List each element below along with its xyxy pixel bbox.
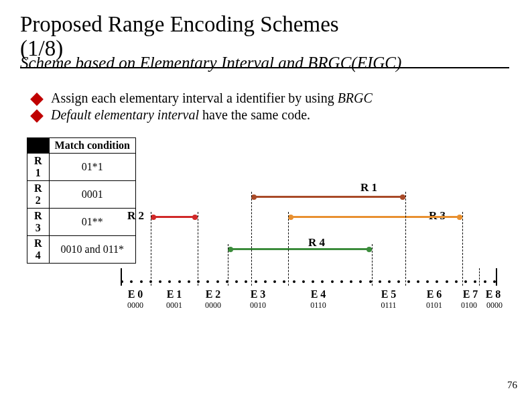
interval-label: E 5 [375,288,402,300]
interval-label: E 4 [305,288,332,300]
range-endpoint-icon [400,194,405,200]
interval-code: 0010 [245,300,271,310]
interval-code: 0000 [481,300,508,310]
interval-boundary [228,244,228,286]
diamond-bullet-icon [30,109,44,123]
table-header: Match condition [49,138,135,154]
diamond-bullet-icon [30,93,44,106]
slide: Proposed Range Encoding Schemes (1/8) Sc… [0,0,532,399]
interval-label: E 1 [161,288,188,300]
interval-boundary [288,212,289,286]
table-row: R 3 01** [27,209,136,236]
interval-label: E 0 [122,288,149,300]
range-name: R 3 [27,209,50,236]
range-endpoint-icon [251,194,257,200]
match-condition-table: Match condition R 1 01*1 R 2 0001 R 3 01… [27,137,136,264]
interval-diagram: R 1 R 2 R 3 R 4 [121,174,516,349]
interval-code: 0111 [375,300,402,310]
bullet-text: Default elementary interval have the sam… [51,107,310,123]
range-r3-line [288,216,462,218]
range-endpoint-icon [228,247,233,252]
range-endpoint-icon [192,215,198,220]
table-row: R 1 01*1 [27,154,136,181]
range-endpoint-icon [367,247,372,252]
interval-code: 0110 [305,300,332,310]
bullet-item: Default elementary interval have the sam… [32,107,373,123]
interval-label: E 6 [421,288,448,300]
table-corner-cell [27,138,50,154]
bullet-text-part: have the same code. [199,107,310,122]
bullet-text-italic: BRGC [338,91,373,105]
range-endpoint-icon [151,215,156,220]
interval-label: E 8 [480,288,507,300]
table-row: R 4 0010 and 011* [27,236,136,264]
interval-code: 0000 [122,300,149,310]
interval-label: E 2 [200,288,226,300]
range-name: R 2 [27,181,50,209]
interval-label: E 3 [245,288,271,300]
interval-code: 0101 [421,300,448,310]
page-number: 76 [507,380,517,391]
bullet-text-part: Assign each elementary interval a identi… [51,91,338,105]
interval-boundary [151,212,151,286]
range-r4-label: R 4 [308,236,325,249]
range-r1-line [251,196,405,198]
interval-tick [121,268,122,286]
range-endpoint-icon [288,215,293,220]
interval-boundary [405,192,406,286]
bullet-item: Assign each elementary interval a identi… [32,91,373,106]
range-name: R 4 [27,236,50,264]
range-endpoint-icon [457,215,462,220]
bullet-text: Assign each elementary interval a identi… [51,91,373,106]
range-r2-line [151,216,198,218]
axis-dots [121,280,496,283]
bullet-text-italic: Default elementary interval [51,107,199,122]
interval-boundary [462,212,463,286]
table-row: R 2 0001 [27,181,136,209]
range-r2-label: R 2 [127,209,144,223]
title-line1: Proposed Range Encoding Schemes [20,12,339,36]
interval-boundary [372,244,373,286]
range-r4-line [228,248,372,250]
interval-boundary [198,212,198,286]
bullet-list: Assign each elementary interval a identi… [32,91,373,124]
interval-boundary [251,192,252,286]
interval-code: 0001 [161,300,188,310]
range-name: R 1 [27,154,50,181]
subtitle: Scheme based on Elementary Interval and … [20,54,509,72]
table-header-row: Match condition [27,138,136,154]
interval-boundary [479,268,480,286]
interval-code: 0100 [456,300,482,310]
range-r1-label: R 1 [360,181,377,194]
interval-tick [496,268,497,286]
interval-code: 0000 [200,300,226,310]
